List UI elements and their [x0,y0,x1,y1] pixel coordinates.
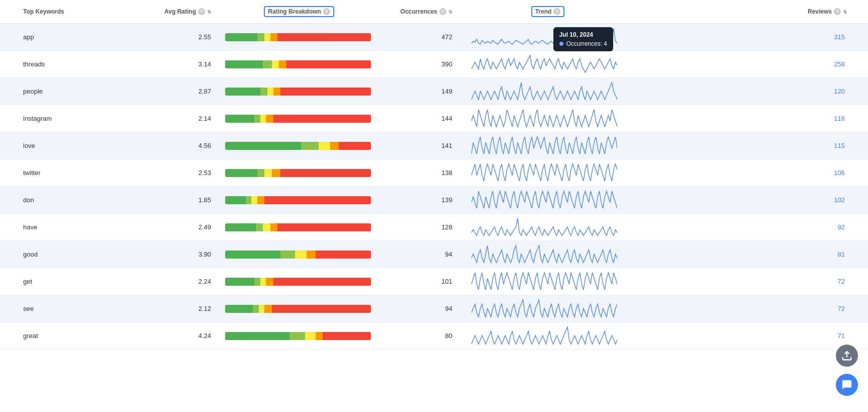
cell-occurrences: 390 [377,60,467,68]
cell-rating-breakdown [221,142,377,150]
table-row: twitter2.53138106 [0,159,868,187]
keywords-table: Top Keywords Avg Rating ? ⇅ Rating Break… [0,0,868,412]
cell-trend [467,243,628,265]
cell-occurrences: 139 [377,196,467,204]
cell-reviews[interactable]: 72 [808,305,868,312]
cell-occurrences: 149 [377,88,467,95]
cell-avg-rating: 2.24 [121,278,221,285]
reviews-link[interactable]: 120 [834,88,845,95]
cell-rating-breakdown [221,278,377,286]
upload-fab[interactable] [836,345,858,367]
cell-rating-breakdown [221,332,377,340]
cell-reviews[interactable]: 106 [808,169,868,177]
cell-keyword: twitter [0,169,121,177]
cell-occurrences: 94 [377,251,467,258]
cell-reviews[interactable]: 72 [808,278,868,285]
table-row: threads3.14390258 [0,51,868,78]
cell-rating-breakdown [221,169,377,177]
reviews-link[interactable]: 102 [834,196,845,204]
cell-trend [467,271,628,292]
cell-keyword: threads [0,60,121,68]
occurrences-sort-icon[interactable]: ⇅ [448,9,452,15]
cell-reviews[interactable]: 71 [808,332,868,340]
reviews-link[interactable]: 72 [838,305,845,312]
rating-breakdown-help-icon[interactable]: ? [323,8,330,15]
cell-occurrences: 101 [377,278,467,285]
cell-occurrences: 80 [377,332,467,340]
cell-avg-rating: 2.49 [121,223,221,231]
header-avg-rating[interactable]: Avg Rating ? ⇅ [121,8,221,15]
cell-keyword: love [0,142,121,149]
reviews-link[interactable]: 71 [838,332,845,340]
header-occurrences[interactable]: Occurrences ? ⇅ [377,8,467,15]
cell-occurrences: 472 [377,33,467,41]
table-row: have2.4912892 [0,214,868,241]
reviews-link[interactable]: 115 [834,142,845,149]
cell-reviews[interactable]: 116 [808,115,868,122]
cell-avg-rating: 1.85 [121,196,221,204]
cell-rating-breakdown [221,305,377,313]
cell-avg-rating: 2.12 [121,305,221,312]
table-row: see2.129472 [0,295,868,322]
cell-keyword: have [0,223,121,231]
cell-trend [467,189,628,211]
cell-avg-rating: 2.53 [121,169,221,177]
cell-reviews[interactable]: 102 [808,196,868,204]
table-row: love4.56141115 [0,132,868,159]
reviews-link[interactable]: 315 [834,33,845,41]
avg-rating-help-icon[interactable]: ? [198,8,205,15]
avg-rating-sort-icon[interactable]: ⇅ [207,9,211,15]
reviews-link[interactable]: 258 [834,60,845,68]
cell-trend [467,298,628,319]
cell-keyword: instagram [0,115,121,122]
cell-rating-breakdown [221,223,377,231]
cell-keyword: don [0,196,121,204]
cell-reviews[interactable]: 315 [808,33,868,41]
header-reviews[interactable]: Reviews ? ⇅ [808,8,868,15]
cell-keyword: see [0,305,121,312]
cell-keyword: app [0,33,121,41]
reviews-link[interactable]: 116 [834,115,845,122]
cell-occurrences: 144 [377,115,467,122]
cell-keyword: great [0,332,121,340]
cell-reviews[interactable]: 120 [808,88,868,95]
cell-avg-rating: 4.56 [121,142,221,149]
cell-rating-breakdown [221,88,377,96]
reviews-sort-icon[interactable]: ⇅ [843,9,847,15]
cell-reviews[interactable]: 92 [808,223,868,231]
table-row: great4.248071 [0,322,868,350]
cell-reviews[interactable]: 81 [808,251,868,258]
cell-keyword: people [0,88,121,95]
cell-occurrences: 138 [377,169,467,177]
header-keyword: Top Keywords [0,8,121,15]
cell-trend [467,216,628,238]
cell-avg-rating: 3.14 [121,60,221,68]
table-row: don1.85139102 [0,187,868,214]
chat-fab[interactable] [836,374,858,396]
table-row: app2.55472 Jul 10, 2024 Occurrences: 4 3… [0,24,868,51]
cell-avg-rating: 2.87 [121,88,221,95]
reviews-link[interactable]: 92 [838,223,845,231]
cell-reviews[interactable]: 258 [808,60,868,68]
table-row: people2.87149120 [0,78,868,105]
reviews-link[interactable]: 72 [838,278,845,285]
cell-avg-rating: 4.24 [121,332,221,340]
cell-keyword: get [0,278,121,285]
cell-trend [467,53,628,75]
cell-trend [467,108,628,129]
reviews-link[interactable]: 81 [838,251,845,258]
cell-rating-breakdown [221,60,377,68]
cell-trend [467,162,628,184]
cell-avg-rating: 3.90 [121,251,221,258]
header-trend[interactable]: Trend ? [467,6,628,17]
cell-trend [467,80,628,102]
cell-trend [467,135,628,156]
trend-help-icon[interactable]: ? [553,8,560,15]
reviews-link[interactable]: 106 [834,169,845,177]
cell-occurrences: 94 [377,305,467,312]
reviews-help-icon[interactable]: ? [834,8,841,15]
occurrences-help-icon[interactable]: ? [439,8,446,15]
cell-reviews[interactable]: 115 [808,142,868,149]
header-rating-breakdown[interactable]: Rating Breakdown ? [221,6,377,17]
cell-occurrences: 141 [377,142,467,149]
